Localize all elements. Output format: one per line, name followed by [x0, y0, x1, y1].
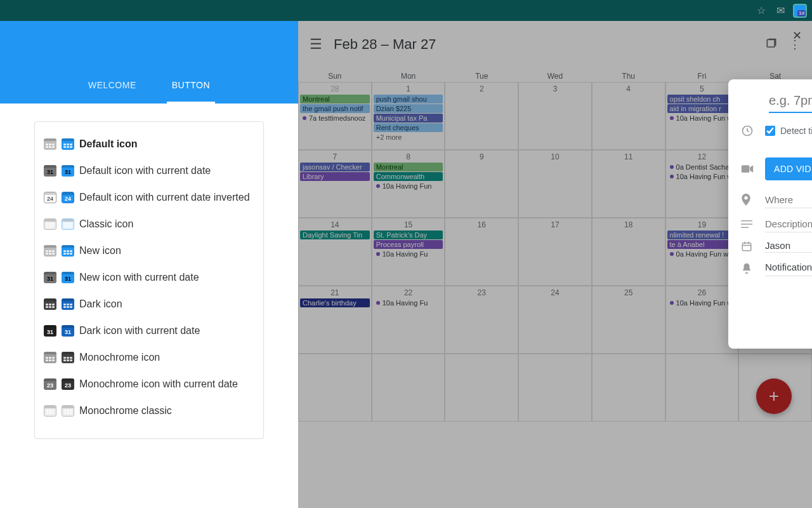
calendar-cell[interactable]: 120a Dentist Sacha10a Having Fun w [665, 150, 739, 218]
calendar-cell[interactable]: 8MontrealCommonwealth10a Having Fun [372, 150, 445, 218]
calendar-event[interactable]: nlimited renewal ! [667, 231, 737, 239]
svg-rect-0 [767, 39, 775, 47]
settings-panel: WELCOME BUTTON Default icon3131Default i… [0, 21, 298, 508]
calendar-cell[interactable]: 17 [518, 218, 592, 286]
calendar-cell[interactable] [445, 354, 518, 422]
calendar-event[interactable]: opsit sheldon ch [667, 95, 737, 104]
calendar-cell[interactable]: 24 [518, 286, 592, 354]
calendar-event[interactable]: 10a Having Fun w [667, 114, 737, 123]
date-range-title: Feb 28 – Mar 27 [334, 36, 436, 53]
calendar-cell[interactable]: 3 [518, 82, 592, 150]
tab-welcome[interactable]: WELCOME [83, 72, 141, 104]
calendar-event[interactable]: 10a Having Fun w [667, 172, 737, 181]
more-events-link[interactable]: +2 more [374, 133, 443, 142]
calendar-event[interactable]: push gmail shou [374, 95, 443, 104]
calendar-cell[interactable]: 21Charlie's birthday [298, 286, 372, 354]
calendar-cell[interactable] [665, 354, 739, 422]
fab-add-button[interactable]: + [756, 378, 792, 414]
extension-icon[interactable]: 1d [793, 4, 807, 18]
icon-option[interactable]: Classic icon [35, 211, 263, 237]
calendar-mini-icon: 31 [44, 325, 56, 337]
calendar-mini-icon: 24 [62, 192, 74, 203]
calendar-event[interactable]: Process payroll [374, 240, 443, 249]
calendar-cell[interactable] [592, 354, 665, 422]
calendar-event[interactable]: 10a Having Fu [374, 298, 443, 307]
detect-time-checkbox[interactable]: Detect time [765, 126, 812, 136]
tab-button[interactable]: BUTTON [167, 72, 215, 104]
calendar-event[interactable]: Rent cheques [374, 123, 443, 132]
bell-icon [741, 262, 756, 275]
calendar-cell[interactable] [372, 354, 445, 422]
calendar-event[interactable]: 7a testtimedsnooz [300, 114, 370, 123]
calendar-mini-icon [62, 352, 74, 363]
calendar-event[interactable]: St. Patrick's Day [374, 231, 443, 239]
icon-option[interactable]: Monochrome icon [35, 344, 263, 371]
icon-option[interactable]: New icon [35, 237, 263, 264]
calendar-event[interactable]: 10a Having Fu [374, 250, 443, 258]
notification-type-select[interactable]: Notification ▾ [765, 260, 812, 276]
calendar-cell[interactable]: 4 [592, 82, 665, 150]
calendar-event[interactable]: jasonsav / Checker [300, 163, 370, 171]
calendar-cell[interactable]: 23 [445, 286, 518, 354]
star-icon[interactable]: ☆ [755, 4, 768, 17]
calendar-cell[interactable]: 15St. Patrick's DayProcess payroll10a Ha… [372, 218, 445, 286]
icon-option[interactable]: Default icon [35, 131, 263, 157]
icon-option[interactable]: 3131Dark icon with current date [35, 318, 263, 344]
menu-icon[interactable]: ☰ [310, 36, 322, 53]
calendar-select[interactable]: Jason ▾ [765, 240, 812, 253]
calendar-event[interactable]: te à Anabel [667, 240, 737, 249]
event-title-input[interactable] [769, 91, 812, 113]
close-icon[interactable]: ✕ [792, 29, 802, 43]
calendar-cell[interactable]: 14Daylight Saving Tin [298, 218, 372, 286]
video-icon [741, 164, 756, 173]
calendar-event[interactable]: Daylight Saving Tin [300, 231, 370, 239]
icon-option[interactable]: Monochrome classic [35, 398, 263, 424]
calendar-event[interactable]: aid in migration r [667, 104, 737, 113]
calendar-cell[interactable]: 7jasonsav / CheckerLibrary [298, 150, 372, 218]
calendar-cell[interactable]: 1push gmail shouDzian $225Municipal tax … [372, 82, 445, 150]
calendar-event[interactable]: Montreal [374, 163, 443, 171]
where-input[interactable] [765, 192, 812, 208]
open-in-new-icon[interactable] [765, 37, 778, 51]
calendar-event[interactable]: the gmail push notif [300, 104, 370, 113]
calendar-cell[interactable]: 10 [518, 150, 592, 218]
icon-option[interactable]: 3131Default icon with current date [35, 157, 263, 184]
calendar-cell[interactable]: 2210a Having Fu [372, 286, 445, 354]
quick-add-modal: ✕ Detect time Doesn't repeat ▾ ADD VIDEO… [728, 79, 812, 349]
calendar-cell[interactable]: 25 [592, 286, 665, 354]
calendar-cell[interactable]: 16 [445, 218, 518, 286]
calendar-event[interactable]: Montreal [300, 95, 370, 104]
calendar-cell[interactable]: 18 [592, 218, 665, 286]
icon-option[interactable]: 3131New icon with current date [35, 264, 263, 291]
calendar-mini-icon [44, 405, 56, 417]
option-label: Default icon [79, 138, 138, 150]
calendar-event[interactable]: Charlie's birthday [300, 298, 370, 307]
calendar-cell[interactable]: 2610a Having Fun w [665, 286, 739, 354]
calendar-mini-icon [62, 218, 74, 230]
calendar-cell[interactable]: 11 [592, 150, 665, 218]
option-label: New icon with current date [79, 272, 199, 283]
icon-option[interactable]: 2323Monochrome icon with current date [35, 371, 263, 398]
calendar-event[interactable]: 10a Having Fun [374, 182, 443, 190]
calendar-cell[interactable]: 2 [445, 82, 518, 150]
calendar-cell[interactable] [518, 354, 592, 422]
calendar-cell[interactable]: 19nlimited renewal !te à Anabel0a Having… [665, 218, 739, 286]
calendar-event[interactable]: 10a Having Fun w [667, 298, 737, 307]
icon-option[interactable]: 2424Default icon with current date inver… [35, 184, 263, 211]
description-input[interactable] [765, 216, 812, 232]
calendar-event[interactable]: Commonwealth [374, 172, 443, 181]
calendar-event[interactable]: Library [300, 172, 370, 181]
calendar-cell[interactable] [298, 354, 372, 422]
calendar-cell[interactable]: 9 [445, 150, 518, 218]
add-video-button[interactable]: ADD VIDEO CONFERENCING [765, 157, 812, 180]
svg-rect-2 [742, 165, 750, 173]
calendar-cell[interactable]: 5opsit sheldon chaid in migration r10a H… [665, 82, 739, 150]
calendar-event[interactable]: Municipal tax Pa [374, 114, 443, 123]
calendar-mini-icon [44, 298, 56, 310]
calendar-cell[interactable]: 28Montrealthe gmail push notif7a testtim… [298, 82, 372, 150]
icon-option[interactable]: Dark icon [35, 291, 263, 318]
calendar-event[interactable]: 0a Dentist Sacha [667, 163, 737, 171]
mail-icon[interactable]: ✉ [774, 4, 787, 17]
calendar-event[interactable]: Dzian $225 [374, 104, 443, 113]
calendar-event[interactable]: 0a Having Fun w [667, 250, 737, 258]
